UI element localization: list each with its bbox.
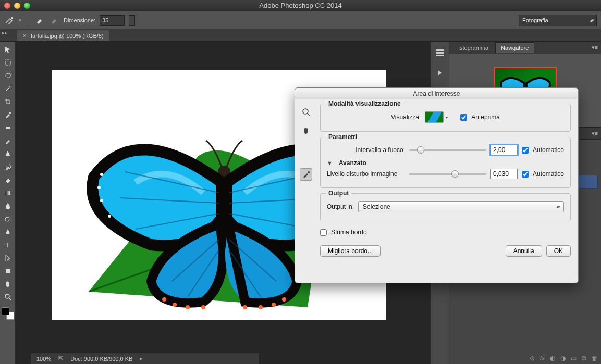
- new-group-icon[interactable]: ▭: [571, 355, 577, 362]
- noise-auto-checkbox[interactable]: [522, 171, 529, 178]
- path-select-tool[interactable]: [2, 252, 14, 263]
- focus-range-input[interactable]: [490, 145, 518, 155]
- actions-panel-icon[interactable]: [434, 67, 446, 78]
- tab-navigator[interactable]: Navigatore: [495, 42, 534, 53]
- hand-tool[interactable]: [2, 278, 14, 290]
- adjustment-layer-icon[interactable]: ◑: [560, 355, 566, 362]
- brush-subtract-icon[interactable]: [49, 15, 59, 26]
- document-tab-title: farfalla.jpg @ 100% (RGB/8): [31, 33, 104, 39]
- soften-edge-checkbox[interactable]: [320, 229, 327, 236]
- noise-input[interactable]: [490, 169, 518, 179]
- layer-fx-icon[interactable]: fx: [540, 355, 545, 362]
- svg-rect-1: [5, 60, 10, 65]
- crop-tool[interactable]: [2, 96, 14, 107]
- workspace-select[interactable]: Fotografia ▴▾: [519, 15, 597, 26]
- svg-rect-31: [436, 52, 444, 54]
- advanced-disclosure-icon[interactable]: ▼: [327, 160, 333, 166]
- focus-area-dialog: Area di interesse Modalità visualizzazio…: [295, 87, 579, 283]
- rectangle-tool[interactable]: [2, 265, 14, 277]
- pen-tool[interactable]: [2, 226, 14, 237]
- marquee-tool[interactable]: [2, 57, 14, 68]
- svg-point-22: [100, 173, 103, 176]
- close-window-button[interactable]: [4, 3, 10, 9]
- type-tool[interactable]: T: [2, 239, 14, 250]
- updown-arrows-icon: ▴▾: [556, 204, 559, 209]
- svg-line-7: [9, 216, 11, 218]
- output-select[interactable]: Selezione ▴▾: [358, 201, 564, 212]
- refine-edge-button[interactable]: Migliora bordo...: [320, 245, 381, 257]
- dialog-zoom-tool[interactable]: [300, 106, 312, 118]
- panel-menu-icon-2[interactable]: ▾≡: [592, 130, 598, 137]
- history-brush-tool[interactable]: [2, 161, 14, 172]
- document-tab[interactable]: ✕ farfalla.jpg @ 100% (RGB/8): [17, 30, 109, 41]
- dodge-tool[interactable]: [2, 213, 14, 224]
- params-legend: Parametri: [326, 133, 360, 141]
- ok-button[interactable]: OK: [546, 245, 571, 257]
- toolbox: T: [0, 42, 16, 364]
- reveal-icon[interactable]: ⇱: [58, 355, 63, 362]
- lasso-tool[interactable]: [2, 70, 14, 81]
- svg-rect-32: [436, 55, 444, 56]
- history-panel-icon[interactable]: [434, 47, 446, 58]
- brush-size-stepper[interactable]: [129, 15, 135, 26]
- brush-add-icon[interactable]: [34, 15, 45, 26]
- svg-point-17: [201, 305, 205, 309]
- view-mode-group: Modalità visualizzazione Visualizza: Ant…: [320, 104, 571, 132]
- status-bar: 100% ⇱ Doc: 900,0 KB/900,0 KB ▸: [31, 353, 259, 364]
- focus-auto-checkbox[interactable]: [522, 147, 529, 154]
- delete-layer-icon[interactable]: 🗑: [592, 355, 598, 362]
- dialog-hand-tool[interactable]: [300, 124, 312, 137]
- minimize-window-button[interactable]: [14, 3, 20, 9]
- color-swatches[interactable]: [2, 307, 14, 320]
- layer-mask-icon[interactable]: ◐: [550, 355, 555, 362]
- tool-preset-icon[interactable]: [4, 15, 15, 26]
- gradient-tool[interactable]: [2, 187, 14, 198]
- noise-slider[interactable]: [409, 170, 486, 178]
- panel-tabs: Istogramma Navigatore ▾≡: [449, 42, 601, 54]
- svg-point-14: [162, 297, 166, 302]
- svg-point-2: [9, 112, 11, 114]
- svg-line-39: [308, 114, 310, 116]
- healing-brush-tool[interactable]: [2, 122, 14, 133]
- cancel-button[interactable]: Annulla: [506, 245, 542, 257]
- noise-auto-label: Automatico: [533, 170, 564, 178]
- zoom-level[interactable]: 100%: [36, 356, 51, 362]
- magic-wand-tool[interactable]: [2, 83, 14, 94]
- svg-rect-5: [5, 191, 10, 195]
- focus-range-slider[interactable]: [409, 146, 486, 154]
- eraser-tool[interactable]: [2, 174, 14, 185]
- svg-point-16: [186, 305, 190, 309]
- eyedropper-tool[interactable]: [2, 109, 14, 120]
- svg-point-21: [282, 297, 286, 302]
- close-tab-icon[interactable]: ✕: [22, 33, 27, 39]
- window-titlebar: Adobe Photoshop CC 2014: [0, 0, 601, 11]
- collapse-dock-icon[interactable]: ▸▸: [2, 30, 7, 35]
- svg-rect-3: [6, 127, 10, 129]
- status-menu-icon[interactable]: ▸: [140, 355, 143, 362]
- preview-checkbox[interactable]: [460, 114, 467, 121]
- doc-info: Doc: 900,0 KB/900,0 KB: [70, 356, 132, 362]
- blur-tool[interactable]: [2, 200, 14, 211]
- zoom-tool[interactable]: [2, 291, 14, 303]
- zoom-window-button[interactable]: [24, 3, 30, 9]
- tab-histogram[interactable]: Istogramma: [452, 42, 494, 54]
- link-layers-icon[interactable]: ⊘: [530, 355, 535, 362]
- brush-tool[interactable]: [2, 135, 14, 146]
- foreground-swatch[interactable]: [2, 307, 9, 315]
- dialog-brush-tool[interactable]: [300, 168, 312, 181]
- brush-size-input[interactable]: [100, 15, 125, 26]
- new-layer-icon[interactable]: ⧉: [582, 355, 586, 362]
- updown-arrows-icon: ▴▾: [590, 18, 593, 23]
- move-tool[interactable]: [2, 44, 14, 55]
- svg-point-19: [259, 305, 263, 309]
- output-legend: Output: [326, 190, 351, 197]
- svg-point-23: [97, 186, 101, 189]
- panel-menu-icon[interactable]: ▾≡: [592, 44, 598, 51]
- output-group: Output Output in: Selezione ▴▾: [320, 193, 571, 221]
- svg-point-40: [308, 171, 310, 173]
- preview-label: Anteprima: [471, 114, 500, 121]
- visualize-thumb-button[interactable]: [425, 111, 444, 123]
- svg-point-6: [5, 217, 9, 221]
- svg-point-10: [5, 294, 9, 298]
- clone-stamp-tool[interactable]: [2, 148, 14, 159]
